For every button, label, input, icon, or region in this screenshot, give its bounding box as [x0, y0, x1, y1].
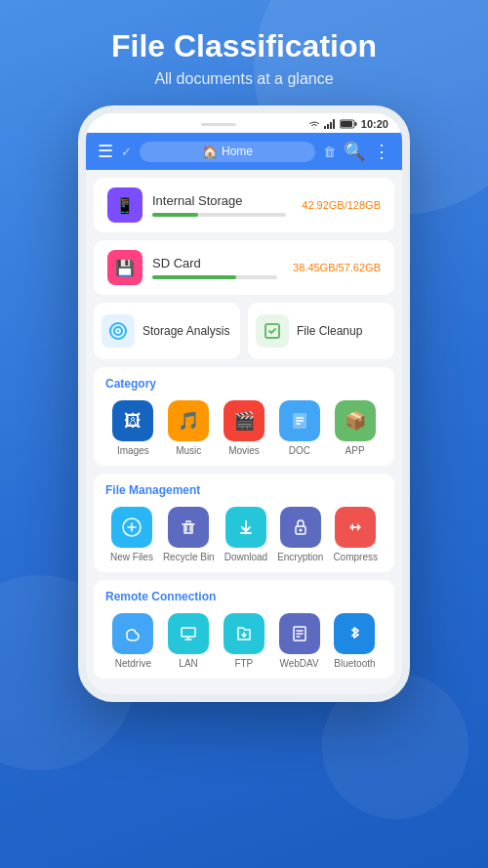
encryption-label: Encryption	[277, 552, 323, 562]
webdav-label: WebDAV	[279, 658, 318, 669]
sd-card-icon: 💾	[107, 250, 142, 285]
bluetooth-item[interactable]: Bluetooth	[334, 613, 375, 669]
webdav-item[interactable]: WebDAV	[279, 613, 320, 669]
netdrive-icon	[112, 613, 153, 654]
battery-icon	[340, 119, 357, 129]
netdrive-label: Netdrive	[115, 658, 151, 669]
svg-rect-21	[182, 628, 195, 637]
compress-item[interactable]: Compress	[333, 507, 378, 562]
sd-card-card[interactable]: 💾 SD Card 38.45GB/57.62GB	[94, 240, 394, 295]
compress-icon	[335, 507, 376, 548]
svg-rect-0	[324, 126, 326, 129]
hamburger-icon[interactable]: ☰	[98, 141, 113, 162]
category-app[interactable]: 📦 APP	[335, 400, 376, 456]
images-icon: 🖼	[112, 400, 153, 441]
movies-icon: 🎬	[224, 400, 264, 441]
more-icon[interactable]: ⋮	[373, 141, 390, 162]
header-section: File Classification All documents at a g…	[0, 0, 488, 88]
internal-storage-bar-fill	[152, 213, 198, 217]
sd-total: 57.62GB	[339, 262, 381, 273]
internal-storage-icon: 📱	[107, 187, 142, 223]
internal-storage-name: Internal Storage	[152, 193, 286, 208]
compress-label: Compress	[333, 552, 378, 562]
svg-rect-6	[341, 121, 352, 127]
internal-storage-size: 42.92GB/128GB	[302, 199, 381, 211]
storage-analysis-button[interactable]: Storage Analysis	[94, 303, 240, 359]
phone-content: 📱 Internal Storage 42.92GB/128GB 💾 SD Ca…	[86, 170, 402, 694]
home-button[interactable]: 🏠 Home	[140, 142, 315, 162]
category-items: 🖼 Images 🎵 Music 🎬 Movies	[105, 400, 383, 456]
category-title: Category	[105, 377, 383, 391]
search-icon[interactable]: 🔍	[344, 141, 365, 162]
file-management-items: New Files Recycle Bin	[105, 507, 383, 562]
category-section: Category 🖼 Images 🎵 Music 🎬	[94, 367, 394, 466]
sd-card-bar-bg	[152, 275, 277, 279]
quick-actions-row: Storage Analysis File Cleanup	[94, 303, 394, 359]
new-files-item[interactable]: New Files	[110, 507, 153, 562]
lan-icon	[168, 613, 209, 654]
file-cleanup-label: File Cleanup	[297, 324, 362, 338]
app-label: APP	[346, 445, 365, 456]
recycle-bin-icon	[168, 507, 209, 548]
file-cleanup-button[interactable]: File Cleanup	[248, 303, 394, 359]
movies-label: Movies	[228, 445, 260, 456]
music-icon: 🎵	[168, 400, 209, 441]
download-icon	[225, 507, 266, 548]
app-icon: 📦	[335, 400, 376, 441]
nav-bar: ☰ ✓ 🏠 Home 🗑 🔍 ⋮	[86, 133, 402, 170]
svg-rect-1	[327, 124, 329, 129]
music-label: Music	[176, 445, 201, 456]
lan-item[interactable]: LAN	[168, 613, 209, 669]
category-doc[interactable]: DOC	[279, 400, 320, 456]
remote-connection-items: Netdrive LAN	[105, 613, 383, 669]
category-images[interactable]: 🖼 Images	[112, 400, 153, 456]
download-label: Download	[224, 552, 267, 562]
ftp-label: FTP	[234, 658, 253, 669]
svg-point-20	[299, 529, 302, 532]
page-title: File Classification	[0, 27, 488, 64]
sd-card-size: 38.45GB/57.62GB	[293, 262, 381, 273]
svg-rect-5	[354, 122, 356, 126]
sd-card-info: SD Card	[152, 256, 277, 279]
recycle-bin-label: Recycle Bin	[163, 552, 215, 562]
category-movies[interactable]: 🎬 Movies	[224, 400, 264, 456]
storage-analysis-label: Storage Analysis	[142, 324, 229, 338]
home-label: Home	[222, 145, 253, 158]
storage-analysis-icon	[102, 314, 135, 348]
lan-label: LAN	[179, 658, 197, 669]
file-management-section: File Management New Files	[94, 474, 394, 572]
bluetooth-label: Bluetooth	[334, 658, 375, 669]
file-cleanup-icon	[256, 314, 289, 348]
svg-point-9	[117, 330, 119, 332]
netdrive-item[interactable]: Netdrive	[112, 613, 153, 669]
internal-total: 128GB	[347, 199, 381, 211]
status-time: 10:20	[361, 118, 388, 130]
new-files-label: New Files	[110, 552, 153, 562]
svg-rect-3	[333, 119, 335, 129]
internal-storage-info: Internal Storage	[152, 193, 286, 217]
doc-label: DOC	[289, 445, 310, 456]
check-icon: ✓	[121, 145, 132, 159]
remote-connection-section: Remote Connection Netdrive	[94, 580, 394, 679]
status-icons: 10:20	[308, 118, 388, 130]
recycle-bin-item[interactable]: Recycle Bin	[163, 507, 215, 562]
internal-used: 42.92GB	[302, 199, 344, 211]
home-icon: 🏠	[202, 145, 218, 159]
internal-storage-bar-bg	[152, 213, 286, 217]
encryption-icon	[280, 507, 321, 548]
doc-icon	[279, 400, 320, 441]
images-label: Images	[117, 445, 149, 456]
internal-storage-card[interactable]: 📱 Internal Storage 42.92GB/128GB	[94, 178, 394, 232]
wifi-icon	[308, 120, 320, 129]
download-item[interactable]: Download	[224, 507, 267, 562]
sd-used: 38.45GB	[293, 262, 335, 273]
signal-icon	[324, 119, 336, 129]
page-subtitle: All documents at a glance	[0, 70, 488, 88]
encryption-item[interactable]: Encryption	[277, 507, 323, 562]
status-notch	[201, 123, 236, 126]
remote-connection-title: Remote Connection	[105, 590, 383, 603]
webdav-icon	[279, 613, 320, 654]
category-music[interactable]: 🎵 Music	[168, 400, 209, 456]
ftp-item[interactable]: FTP	[224, 613, 264, 669]
ftp-icon	[224, 613, 264, 654]
